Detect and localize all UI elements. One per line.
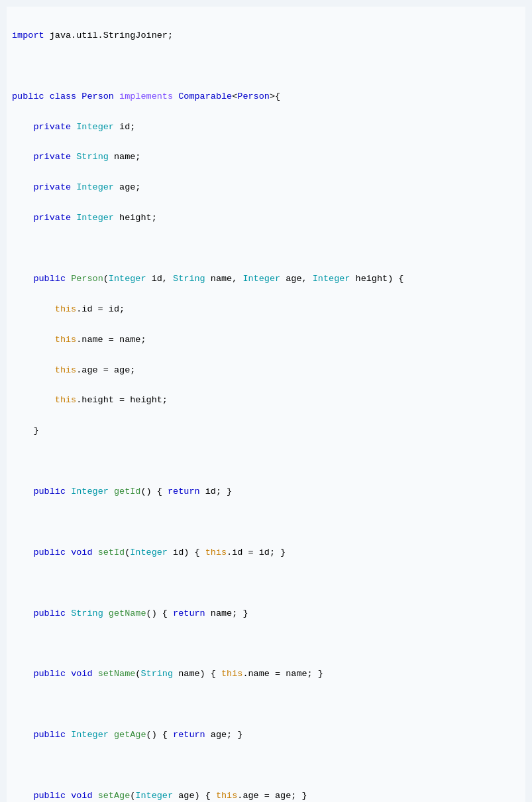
code-display: import java.util.StringJoiner; public cl… xyxy=(7,7,525,802)
